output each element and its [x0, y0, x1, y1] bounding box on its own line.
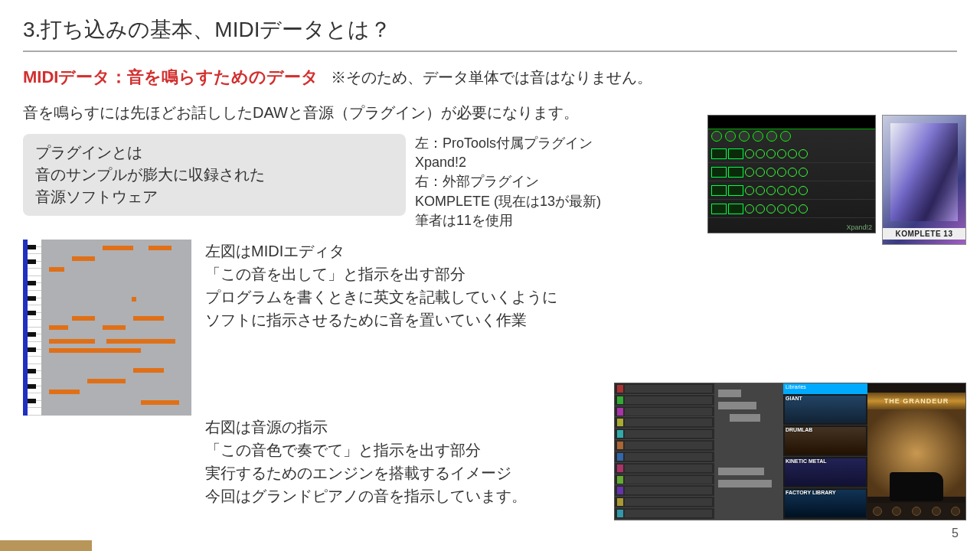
slide-title: 3.打ち込みの基本、MIDIデータとは？: [23, 15, 957, 44]
komplete-box-image: KOMPLETE 13: [882, 115, 966, 245]
page-number: 5: [952, 527, 959, 540]
midi-text-2: 「この音を出して」と指示を出す部分: [205, 262, 557, 285]
title-rule: [23, 51, 957, 52]
plugin-labels: 左：ProTools付属プラグイン Xpand!2 右：外部プラグイン KOMP…: [415, 134, 645, 230]
kontakt-lib-0: GIANT: [786, 396, 802, 401]
plugin-definition-box: プラグインとは 音のサンプルが膨大に収録された 音源ソフトウェア: [23, 134, 406, 216]
footer-accent-bar: [0, 540, 92, 551]
grand-piano-icon: [890, 472, 943, 501]
plugin-label-2: Xpand!2: [415, 153, 645, 172]
plugin-label-3: 右：外部プラグイン: [415, 172, 645, 191]
kontakt-lib-1: DRUMLAB: [786, 427, 812, 432]
subtitle-red: MIDIデータ：音を鳴らすためのデータ: [23, 66, 318, 89]
midi-text-1: 左図はMIDIエディタ: [205, 240, 557, 262]
midi-text-4: ソフトに指示させるために音を置いていく作業: [205, 308, 557, 331]
kontakt-lib-2: KINETIC METAL: [786, 458, 827, 464]
midi-editor-image: [23, 240, 191, 416]
xpand-footer-label: Xpand!2: [846, 223, 872, 231]
subtitle-note: ※そのため、データ単体では音はなりません。: [331, 67, 652, 88]
plugin-label-1: 左：ProTools付属プラグイン: [415, 134, 645, 153]
daw-kontakt-image: Libraries GIANT DRUMLAB KINETIC METAL FA…: [614, 383, 966, 520]
xpand-plugin-image: Xpand!2: [707, 115, 876, 233]
kontakt-instrument-banner: THE GRANDEUR: [867, 393, 965, 409]
plugin-def-line3: 音源ソフトウェア: [35, 186, 394, 208]
plugin-label-5: 筆者は11を使用: [415, 211, 645, 230]
plugin-label-4: KOMPLETE (現在は13が最新): [415, 192, 645, 211]
plugin-def-line2: 音のサンプルが膨大に収録された: [35, 164, 394, 186]
midi-text-3: プログラムを書くときに英文を記載していくように: [205, 285, 557, 308]
kontakt-lib-header: Libraries: [783, 383, 867, 394]
midi-editor-description: 左図はMIDIエディタ 「この音を出して」と指示を出す部分 プログラムを書くとき…: [205, 240, 557, 331]
komplete-label: KOMPLETE 13: [883, 228, 965, 240]
plugin-def-line1: プラグインとは: [35, 142, 394, 164]
kontakt-lib-3: FACTORY LIBRARY: [786, 490, 836, 495]
